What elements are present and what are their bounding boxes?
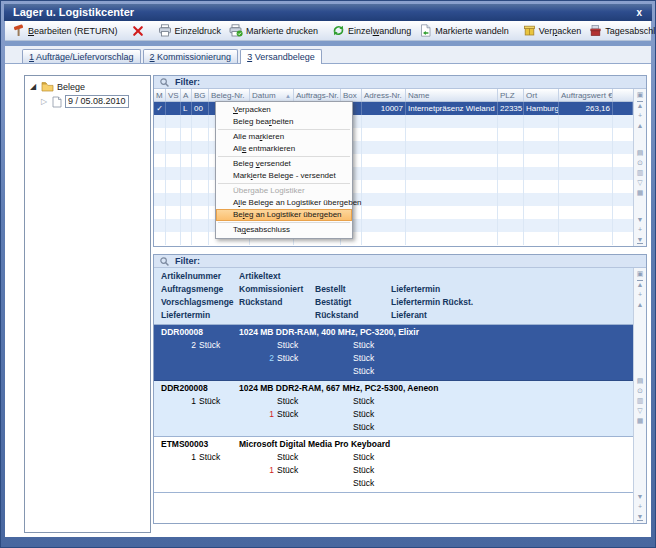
- toolbar-button-verpacken[interactable]: Verpacken: [519, 22, 586, 39]
- search-icon[interactable]: ⊙: [637, 387, 643, 394]
- column-header-auftrag[interactable]: Auftrags-Nr.: [294, 89, 341, 101]
- folder-icon: [41, 81, 54, 92]
- scroll-top-icon[interactable]: ▲: [637, 101, 644, 109]
- menu-item-alle-entmarkieren[interactable]: Alle entmarkieren: [216, 143, 352, 155]
- toolbar-button-markierte-wandeln[interactable]: Markierte wandeln: [415, 22, 513, 39]
- quantity-cell: Stück: [315, 477, 391, 490]
- move-up-icon[interactable]: +: [638, 291, 642, 298]
- expander-open-icon[interactable]: ◢: [30, 83, 38, 91]
- column-header-label: PLZ: [500, 91, 515, 100]
- tab-auftraege[interactable]: 1 Aufträge/Liefervorschlag: [22, 49, 141, 63]
- columns-icon[interactable]: ▣: [637, 91, 644, 98]
- menu-item-markierte-belege-versendet[interactable]: Markierte Belege - versendet: [216, 170, 352, 182]
- scroll-top-icon[interactable]: ▲: [637, 280, 644, 288]
- unit-label: Stück: [277, 340, 298, 350]
- filter-bar[interactable]: Filter:: [154, 76, 646, 89]
- page-up-icon[interactable]: ▲: [637, 122, 644, 129]
- list-check-icon[interactable]: ▥: [637, 397, 644, 404]
- page-down-icon[interactable]: ▼: [637, 216, 644, 223]
- copy-icon[interactable]: ▦: [637, 189, 644, 196]
- tree-item-beleg-9[interactable]: ▷ 9 / 05.08.2010: [25, 94, 150, 109]
- table-cell: [613, 180, 633, 193]
- table-cell: [166, 167, 181, 180]
- column-header-vs[interactable]: VS: [166, 89, 181, 101]
- article-block-ddr00008[interactable]: DDR000081024 MB DDR-RAM, 400 MHz, PC-320…: [154, 325, 633, 381]
- toolbar-button-einzeldruck[interactable]: Einzeldruck: [154, 22, 226, 39]
- menu-item-tagesabschluss[interactable]: Tagesabschluss: [216, 224, 352, 236]
- article-block-ddr200008[interactable]: DDR2000081024 MB DDR2-RAM, 667 MHz, PC2-…: [154, 381, 633, 437]
- menu-item-beleg-versendet[interactable]: Beleg versendet: [216, 158, 352, 170]
- toolbar-button-einzelwandlung[interactable]: Einzelwandlung: [328, 22, 415, 39]
- columns-icon[interactable]: ▣: [637, 270, 644, 277]
- column-header-label: M: [156, 91, 163, 100]
- column-header-name[interactable]: Name: [406, 89, 498, 101]
- quantity-cell: 1Stück: [161, 451, 239, 464]
- column-header-adress[interactable]: Adress-Nr.: [362, 89, 406, 101]
- column-header-a[interactable]: A: [181, 89, 192, 101]
- menu-item-alle-markieren[interactable]: Alle markieren: [216, 131, 352, 143]
- table-cell: [613, 206, 633, 219]
- search-icon[interactable]: ⊙: [637, 159, 643, 166]
- table-cell-a: L: [181, 102, 192, 115]
- table-cell: [154, 128, 166, 141]
- toolbar-button-loeschen[interactable]: [128, 23, 148, 39]
- unit-label: Stück: [353, 353, 374, 363]
- column-header-wert[interactable]: Auftragswert €: [559, 89, 613, 101]
- positions-header-row: AuftragsmengeKommissioniertBestelltLiefe…: [154, 283, 633, 296]
- article-value-row: 1StückStück: [154, 464, 633, 477]
- move-up-icon[interactable]: +: [638, 112, 642, 119]
- expander-closed-icon[interactable]: ▷: [41, 98, 49, 106]
- menu-item-alle-belege-an-logistiker-übergeben[interactable]: Alle Belege an Logistiker übergeben: [216, 197, 352, 209]
- column-header-datum[interactable]: Datum▲: [250, 89, 294, 101]
- header-label: Rückstand: [315, 309, 391, 322]
- page-down-icon[interactable]: ▼: [637, 493, 644, 500]
- copy-icon[interactable]: ▦: [637, 417, 644, 424]
- toolbar-button-markierte-drucken[interactable]: Markierte drucken: [225, 22, 322, 39]
- table-cell: [166, 232, 181, 245]
- article-number: DDR200008: [161, 382, 239, 395]
- page-up-icon[interactable]: ▲: [637, 301, 644, 308]
- column-header-box[interactable]: Box: [341, 89, 362, 101]
- toolbar-button-bearbeiten[interactable]: Bearbeiten (RETURN): [8, 22, 122, 39]
- table-cell: [559, 193, 613, 206]
- column-header-label: BG: [194, 91, 206, 100]
- table-icon[interactable]: ▤: [637, 149, 644, 156]
- table-cell-vs: [166, 102, 181, 115]
- menu-item-beleg-bearbeiten[interactable]: Beleg bearbeiten: [216, 116, 352, 128]
- column-header-bg[interactable]: BG: [192, 89, 209, 101]
- column-header-beleg[interactable]: Beleg-Nr.: [209, 89, 250, 101]
- move-down-icon[interactable]: +: [638, 226, 642, 233]
- scroll-bottom-icon[interactable]: ▼: [637, 236, 644, 244]
- tab-kommissionierung[interactable]: 2 Kommissionierung: [143, 49, 239, 63]
- table-cell: [362, 232, 406, 245]
- toolbar-button-tagesabschluss[interactable]: Tagesabschluss: [585, 22, 656, 39]
- column-header-ort[interactable]: Ort: [524, 89, 559, 101]
- filter-label: Filter:: [175, 256, 200, 266]
- list-check-icon[interactable]: ▥: [637, 169, 644, 176]
- table-cell: [559, 128, 613, 141]
- filter-bar[interactable]: Filter:: [154, 255, 646, 268]
- table-icon[interactable]: ▤: [637, 377, 644, 384]
- column-header-m[interactable]: M: [154, 89, 166, 101]
- menu-item-beleg-an-logistiker-übergeben[interactable]: Beleg an Logistiker übergeben: [216, 209, 352, 221]
- column-header-plz[interactable]: PLZ: [498, 89, 524, 101]
- column-header-filler[interactable]: [613, 89, 633, 101]
- menu-item-verpacken[interactable]: Verpacken: [216, 104, 352, 116]
- article-value-row: Stück: [154, 365, 633, 378]
- column-header-label: Auftrags-Nr.: [296, 91, 339, 100]
- tree-item-belege[interactable]: ◢ Belege: [25, 79, 150, 94]
- close-button[interactable]: x: [636, 4, 642, 21]
- quantity-cell: Stück: [315, 421, 391, 434]
- article-value-row: 1StückStück: [154, 408, 633, 421]
- filter-icon[interactable]: ▽: [637, 179, 642, 186]
- filter-icon[interactable]: ▽: [637, 407, 642, 414]
- article-block-etms00003[interactable]: ETMS00003Microsoft Digital Media Pro Key…: [154, 437, 633, 493]
- table-cell: [166, 154, 181, 167]
- tab-versandbelege[interactable]: 3 Versandbelege: [240, 49, 322, 64]
- column-header-label: Beleg-Nr.: [211, 91, 244, 100]
- table-cell: [613, 154, 633, 167]
- table-cell: [498, 219, 524, 232]
- scroll-bottom-icon[interactable]: ▼: [637, 513, 644, 521]
- qty-value: 1: [172, 451, 196, 464]
- move-down-icon[interactable]: +: [638, 503, 642, 510]
